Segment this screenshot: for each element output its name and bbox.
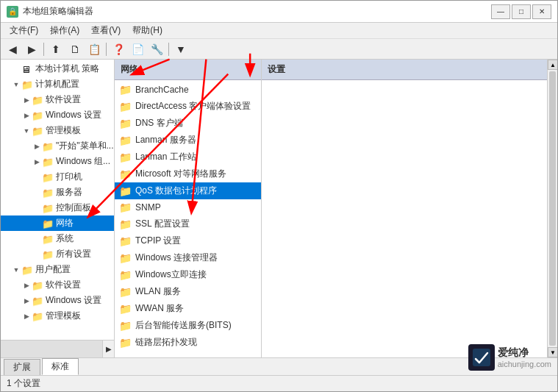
main-content: 🖥 本地计算机 策略 ▼ 📁 计算机配置 ▶ 📁 软件设置 <box>1 60 557 357</box>
toggle-icon: ▶ <box>21 311 32 321</box>
minimize-button[interactable]: — <box>491 4 510 19</box>
close-button[interactable]: ✕ <box>532 4 551 19</box>
menu-help[interactable]: 帮助(H) <box>126 23 168 38</box>
folder-icon: 📁 <box>119 84 132 96</box>
tree-item-start-menu[interactable]: ▶ 📁 "开始"菜单和... <box>1 138 114 154</box>
tree-item-user-admin[interactable]: ▶ 📁 管理模板 <box>1 308 114 324</box>
folder-list: 📁 BranchCache 📁 DirectAccess 客户端体验设置 📁 D… <box>115 80 261 357</box>
folder-icon: 📁 <box>42 172 54 182</box>
menu-action[interactable]: 操作(A) <box>44 23 85 38</box>
folder-name: Microsoft 对等网络服务 <box>135 168 226 180</box>
new-button[interactable]: 🗋 <box>66 41 84 57</box>
scrollbar: ▲ ▼ <box>547 60 557 357</box>
toggle-icon: ▶ <box>21 110 32 121</box>
list-item[interactable]: 📁 DNS 客户端 <box>115 115 261 132</box>
tree-item-windows-group[interactable]: ▶ 📁 Windows 组... <box>1 154 114 169</box>
scroll-indicator <box>1 341 102 357</box>
tree-item-control-panel[interactable]: 📁 控制面板 <box>1 200 114 215</box>
toggle-icon <box>32 249 42 260</box>
window-title: 本地组策略编辑器 <box>23 5 491 18</box>
list-item[interactable]: 📁 TCPIP 设置 <box>115 232 261 249</box>
folder-icon: 📁 <box>119 185 132 197</box>
tab-expand[interactable]: 扩展 <box>4 359 40 375</box>
settings-button[interactable]: 🔧 <box>148 41 165 57</box>
tree-label: Windows 组... <box>56 155 110 168</box>
list-item[interactable]: 📁 WLAN 服务 <box>115 283 261 300</box>
tree-label: Windows 设置 <box>46 294 101 307</box>
folder-icon: 📁 <box>119 135 132 146</box>
right-panel-header: 设置 <box>262 60 557 80</box>
scroll-up[interactable]: ▲ <box>548 60 557 70</box>
list-item[interactable]: 📁 后台智能传送服务(BITS) <box>115 317 261 334</box>
back-button[interactable]: ◀ <box>4 41 21 57</box>
help-button[interactable]: ❓ <box>110 41 127 57</box>
tree-item-user-config[interactable]: ▼ 📁 用户配置 <box>1 262 114 277</box>
list-item[interactable]: 📁 Windows 连接管理器 <box>115 249 261 266</box>
tree-item-computer[interactable]: ▼ 📁 计算机配置 <box>1 76 114 92</box>
tree-item-user-windows[interactable]: ▶ 📁 Windows 设置 <box>1 293 114 308</box>
tree-item-user-software[interactable]: ▶ 📁 软件设置 <box>1 277 114 293</box>
folder-name: QoS 数据包计划程序 <box>135 185 217 197</box>
folder-icon: 📁 <box>42 157 54 167</box>
folder-name: Lanman 服务器 <box>135 134 196 146</box>
list-item[interactable]: 📁 SNMP <box>115 199 261 215</box>
tree-item-network[interactable]: 📁 网络 <box>1 215 114 231</box>
folder-name: DNS 客户端 <box>135 117 183 129</box>
folder-icon: 📁 <box>32 95 43 105</box>
tree-label: 管理模板 <box>46 310 81 322</box>
list-item[interactable]: 📁 Lanman 工作站 <box>115 149 261 165</box>
copy-button[interactable]: 📋 <box>85 41 103 57</box>
list-item[interactable]: 📁 SSL 配置设置 <box>115 215 261 232</box>
menu-view[interactable]: 查看(V) <box>85 23 126 38</box>
filter-button[interactable]: ▼ <box>172 41 190 57</box>
left-panel: 🖥 本地计算机 策略 ▼ 📁 计算机配置 ▶ 📁 软件设置 <box>1 60 115 357</box>
tree-label: 网络 <box>56 217 74 229</box>
left-panel-bottom: ▶ <box>1 340 114 357</box>
list-item[interactable]: 📁 Microsoft 对等网络服务 <box>115 165 261 182</box>
toggle-icon: ▶ <box>21 95 32 105</box>
list-item[interactable]: 📁 Windows立即连接 <box>115 266 261 283</box>
toggle-icon <box>11 64 21 74</box>
tree-item-printer[interactable]: 📁 打印机 <box>1 169 114 185</box>
folder-name: Windows 连接管理器 <box>135 252 218 264</box>
folder-icon: 📁 <box>42 249 54 260</box>
up-button[interactable]: ⬆ <box>47 41 65 57</box>
toolbar: ◀ ▶ ⬆ 🗋 📋 ❓ 📄 🔧 ▼ <box>1 39 557 60</box>
folder-name: 后台智能传送服务(BITS) <box>135 319 232 332</box>
tab-standard[interactable]: 标准 <box>42 358 79 375</box>
tree-label: 管理模板 <box>46 124 81 137</box>
toggle-icon <box>32 172 42 182</box>
folder-icon: 📁 <box>32 296 43 306</box>
folder-icon: 📁 <box>119 168 132 180</box>
list-item[interactable]: 📁 BranchCache <box>115 82 261 98</box>
toggle-icon: ▶ <box>21 296 32 306</box>
list-item[interactable]: 📁 Lanman 服务器 <box>115 132 261 149</box>
folder-icon: 📁 <box>42 218 54 229</box>
doc-button[interactable]: 📄 <box>129 41 146 57</box>
toolbar-separator-1 <box>43 43 44 56</box>
menu-file[interactable]: 文件(F) <box>4 23 44 38</box>
tree-item-windows-settings[interactable]: ▶ 📁 Windows 设置 <box>1 107 114 123</box>
tree-item-all-settings[interactable]: 📁 所有设置 <box>1 246 114 262</box>
toolbar-separator-3 <box>168 43 169 56</box>
list-item[interactable]: 📁 链路层拓扑发现 <box>115 334 261 351</box>
list-item[interactable]: 📁 DirectAccess 客户端体验设置 <box>115 98 261 115</box>
maximize-button[interactable]: □ <box>512 4 531 19</box>
list-item-selected[interactable]: 📁 QoS 数据包计划程序 <box>115 182 261 199</box>
tree-item-admin-templates[interactable]: ▼ 📁 管理模板 <box>1 123 114 138</box>
panel-expand-arrow[interactable]: ▶ <box>102 341 114 358</box>
forward-button[interactable]: ▶ <box>23 41 40 57</box>
folder-name: DirectAccess 客户端体验设置 <box>135 100 251 113</box>
tree-item-system[interactable]: 📁 系统 <box>1 231 114 246</box>
tree-item-software[interactable]: ▶ 📁 软件设置 <box>1 92 114 107</box>
toggle-icon: ▶ <box>21 280 32 291</box>
list-item[interactable]: 📁 WWAN 服务 <box>115 300 261 317</box>
folder-name: Lanman 工作站 <box>135 151 196 163</box>
folder-icon: 📁 <box>119 320 132 332</box>
menubar: 文件(F) 操作(A) 查看(V) 帮助(H) <box>1 23 557 39</box>
tree-item-server[interactable]: 📁 服务器 <box>1 185 114 200</box>
toggle-icon <box>32 218 42 229</box>
statusbar: 1 个设置 <box>1 375 557 391</box>
scroll-thumb[interactable] <box>549 71 556 346</box>
tree-item-root[interactable]: 🖥 本地计算机 策略 <box>1 61 114 76</box>
